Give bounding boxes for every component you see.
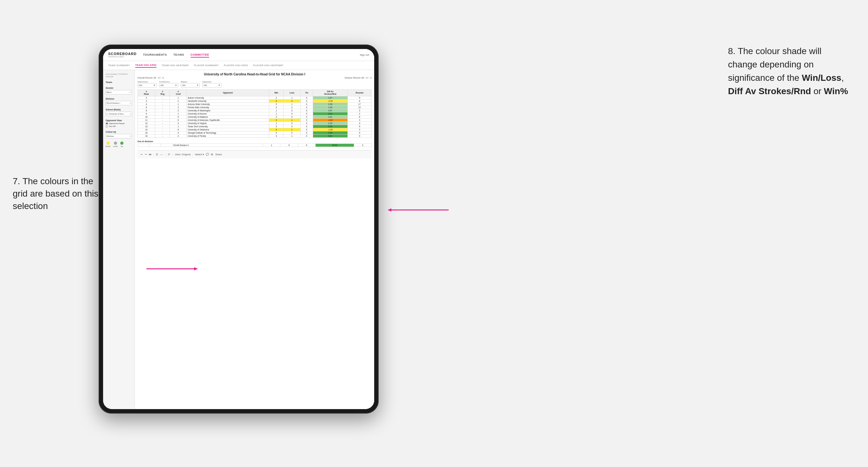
table-row: 2-1Auburn University2101.679: [138, 96, 372, 99]
share-btn[interactable]: Share: [215, 153, 222, 156]
out-of-division-table: NCAA Division II 1 0 0 26.00 3: [137, 144, 372, 147]
table-cell: 1: [269, 109, 283, 112]
comment-btn[interactable]: 💬: [206, 153, 209, 156]
opponent-radio-group: Opponents Played Top 100: [106, 122, 132, 128]
table-cell: 2: [138, 96, 155, 99]
table-cell: 3: [269, 134, 283, 137]
sign-out-link[interactable]: Sign out: [360, 54, 369, 56]
subnav-team-h2h-grid[interactable]: TEAM H2H GRID: [135, 63, 157, 68]
filter-conference: Conference (All) ▼: [159, 81, 178, 88]
table-cell: 4: [138, 102, 155, 105]
th-reg: #Reg: [155, 90, 170, 96]
annotation-right-bold3: Win%: [824, 86, 848, 96]
radio-opponents-played[interactable]: Opponents Played: [106, 122, 132, 125]
step-back-btn[interactable]: ⏮: [149, 153, 151, 156]
view-original-btn[interactable]: View: Original: [175, 153, 190, 156]
annotation-right-text2: ,: [841, 73, 844, 83]
table-cell: 4: [283, 99, 300, 102]
region-label: Region: [181, 81, 200, 83]
subnav-player-h2h-heatmap[interactable]: PLAYER H2H HEATMAP: [253, 63, 283, 67]
table-cell: 6.62: [313, 134, 347, 137]
nav-tournaments[interactable]: TOURNAMENTS: [143, 53, 167, 58]
table-cell: 0: [283, 131, 300, 134]
table-cell: Arizona State University: [186, 102, 269, 105]
opponents-label: Opponents:: [137, 81, 157, 83]
table-cell: 6: [170, 118, 186, 122]
table-cell: -2.29: [313, 99, 347, 102]
out-of-division-label: Out of division: [137, 140, 372, 143]
table-cell: 3: [347, 109, 371, 112]
table-cell: 2.33: [313, 122, 347, 125]
opponents-select[interactable]: (All) ▼: [137, 83, 157, 88]
conference-select[interactable]: (All) ▼: [159, 83, 178, 88]
nav-items: TOURNAMENTS TEAMS COMMITTEE: [143, 53, 353, 58]
table-cell: 1: [283, 96, 300, 99]
region-select[interactable]: (All) ▼: [181, 83, 200, 88]
region-chevron: ▼: [197, 84, 198, 86]
table-cell: 3: [269, 125, 283, 128]
ood-loss: 0: [280, 144, 298, 147]
nav-teams[interactable]: TEAMS: [174, 53, 184, 58]
legend-dot-up: [120, 142, 123, 145]
table-cell: 0: [300, 118, 313, 122]
table-row: 8-2University of Washington1003.673: [138, 109, 372, 112]
annotation-right-text3: or: [811, 86, 824, 96]
table-cell: 1: [283, 128, 300, 131]
table-cell: 2.28: [313, 102, 347, 105]
grid-title: University of North Carolina Head-to-Hea…: [137, 72, 372, 76]
table-cell: 12: [347, 105, 371, 109]
gender-select[interactable]: Men's ▼: [106, 90, 132, 94]
grid-icon[interactable]: ⊞: [211, 153, 213, 156]
subnav-team-h2h-heatmap[interactable]: TEAM H2H HEATMAP: [162, 63, 189, 67]
table-cell: 3: [347, 128, 371, 131]
division-select[interactable]: NCAA Division I ▼: [106, 101, 132, 105]
table-cell: -1.00: [313, 128, 347, 131]
redo-btn[interactable]: ↪: [145, 153, 147, 156]
subnav-team-summary[interactable]: TEAM SUMMARY: [108, 63, 130, 67]
sidebar-team-section: Team: [106, 81, 132, 84]
subnav-player-summary[interactable]: PLAYER SUMMARY: [194, 63, 219, 67]
table-cell: 0: [269, 99, 283, 102]
table-cell: 5: [170, 115, 186, 118]
opponent-filter-select[interactable]: (All) ▼: [203, 83, 221, 88]
table-cell: 10: [138, 115, 155, 118]
nav-committee[interactable]: COMMITTEE: [191, 53, 209, 58]
table-cell: Texas Tech University: [186, 125, 269, 128]
table-row: 4-1Arizona State University5102.2817: [138, 102, 372, 105]
subnav-player-h2h-grid[interactable]: PLAYER H2H GRID: [224, 63, 248, 67]
sub-nav: TEAM SUMMARY TEAM H2H GRID TEAM H2H HEAT…: [103, 61, 374, 70]
legend-dot-level: [114, 142, 117, 145]
table-cell: Florida State University: [186, 105, 269, 109]
logo-text: SCOREBOARD: [108, 52, 136, 56]
table-cell: 9: [347, 131, 371, 134]
table-row: 9-1University of Arizona1009.002: [138, 112, 372, 115]
table-cell: 9: [138, 112, 155, 115]
radio-dot-opponents-played: [106, 122, 108, 125]
sidebar-school: School (Rank) 1. University of Nort... ▼: [106, 108, 132, 116]
table-cell: 5: [269, 102, 283, 105]
radio-top100[interactable]: Top 100: [106, 125, 132, 128]
dash-btn[interactable]: —·: [160, 153, 163, 156]
ood-reg: [149, 144, 161, 147]
th-tie: Tie: [300, 90, 313, 96]
division-chevron: ▼: [129, 102, 131, 104]
crop-btn[interactable]: ⊡: [156, 153, 158, 156]
school-select[interactable]: 1. University of Nort... ▼: [106, 112, 132, 116]
undo-btn[interactable]: ↩: [141, 153, 143, 156]
table-cell: 8: [138, 109, 155, 112]
table-cell: 0: [283, 122, 300, 125]
table-cell: -: [155, 125, 170, 128]
table-cell: -: [155, 134, 170, 137]
legend-down: Down: [106, 142, 111, 147]
colour-by-select[interactable]: Win/loss ▼: [106, 134, 132, 138]
table-cell: 13: [138, 125, 155, 128]
table-cell: 0: [300, 112, 313, 115]
watch-btn[interactable]: Watch ▾: [195, 153, 204, 156]
table-cell: 0: [283, 125, 300, 128]
annotation-left-text: 7. The colours in the grid are based on …: [13, 176, 98, 211]
th-win: Win: [269, 90, 283, 96]
table-cell: 9: [347, 125, 371, 128]
table-cell: University of Arizona: [186, 112, 269, 115]
table-cell: 3: [269, 115, 283, 118]
table-cell: 0: [300, 125, 313, 128]
